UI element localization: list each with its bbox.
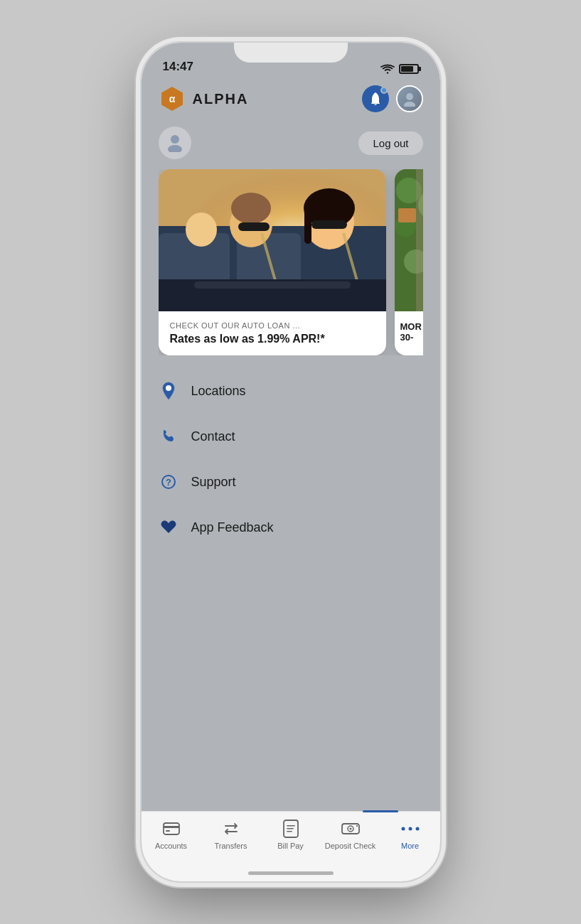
svg-point-19 [186,213,217,247]
svg-point-33 [166,385,171,391]
profile-row: Log out [142,122,440,169]
battery-icon [399,64,419,74]
promo-card-1[interactable]: CHECK OUT OUR AUTO LOAN ... Rates as low… [159,169,386,355]
promo-subtitle-1: CHECK OUT OUR AUTO LOAN ... [170,321,375,330]
promo-card-2[interactable]: MOR 30- [395,169,423,355]
bell-icon [369,92,382,106]
promo-card-2-title: 30- [400,332,423,343]
notification-bell-button[interactable] [362,85,389,112]
status-icons [380,64,419,74]
svg-point-5 [171,135,179,144]
menu-item-contact[interactable]: Contact [159,414,423,459]
menu-area: Locations Contact ? Su [142,368,440,811]
svg-rect-14 [304,208,311,244]
nav-item-accounts[interactable]: Accounts [142,819,201,850]
alpha-logo-icon: α [159,85,186,112]
promo-title-1: Rates as low as 1.99% APR!* [170,333,375,345]
svg-rect-41 [287,828,294,829]
wifi-icon [380,64,395,74]
svg-point-48 [408,827,412,831]
menu-item-support[interactable]: ? Support [159,459,423,505]
svg-rect-38 [166,830,170,832]
promo-card-2-content: MOR 30- [395,311,423,353]
header-icons [362,85,423,112]
svg-point-4 [404,102,415,107]
svg-point-47 [401,827,405,831]
logo-area: α ALPHA [159,85,249,112]
svg-point-6 [168,145,182,152]
promo-card-1-content: CHECK OUT OUR AUTO LOAN ... Rates as low… [159,311,386,355]
transfers-icon [221,819,241,839]
avatar-image [398,87,422,111]
svg-rect-46 [356,825,358,827]
contact-label: Contact [191,429,235,444]
svg-point-0 [386,72,388,73]
svg-rect-36 [164,823,179,834]
aerial-view-image [395,169,423,311]
svg-rect-40 [287,825,295,827]
promo-card-1-image [159,169,386,311]
location-pin-icon [159,381,178,401]
svg-rect-37 [164,826,179,828]
menu-item-feedback[interactable]: App Feedback [159,505,423,550]
home-indicator [142,864,440,881]
support-label: Support [191,475,236,490]
svg-point-45 [349,828,351,830]
deposit-check-nav-label: Deposit Check [325,842,376,850]
svg-point-49 [415,827,419,831]
bill-pay-icon [281,819,301,839]
heart-icon [159,517,178,537]
nav-item-transfers[interactable]: Transfers [201,819,261,850]
bottom-nav: Accounts Transfers [142,811,440,864]
phone-icon [159,426,178,446]
transfers-nav-label: Transfers [214,842,247,850]
svg-text:α: α [169,93,175,104]
profile-icon[interactable] [159,127,191,159]
nav-item-bill-pay[interactable]: Bill Pay [261,819,321,850]
accounts-icon [161,819,181,839]
phone-notch [234,43,348,63]
menu-item-locations[interactable]: Locations [159,368,423,414]
support-icon: ? [159,472,178,492]
app-header: α ALPHA [142,80,440,122]
family-car-image [159,169,386,311]
more-icon [400,819,420,839]
nav-active-indicator [363,810,398,812]
svg-text:?: ? [166,477,171,488]
svg-rect-31 [398,208,416,222]
user-avatar-button[interactable] [396,85,423,112]
promo-card-2-text: MOR [400,321,423,332]
logout-button[interactable]: Log out [358,131,422,155]
svg-rect-21 [194,281,351,289]
svg-point-17 [231,193,271,224]
nav-item-more[interactable]: More [380,819,440,850]
deposit-check-icon [341,819,361,839]
phone-frame: 14:47 [142,43,440,881]
promo-scroll: CHECK OUT OUR AUTO LOAN ... Rates as low… [159,169,423,355]
logo-text: ALPHA [193,91,249,107]
svg-rect-18 [238,222,270,231]
nav-item-deposit-check[interactable]: Deposit Check [321,819,380,850]
notification-dot [380,87,388,94]
bill-pay-nav-label: Bill Pay [277,842,304,850]
promo-card-2-image [395,169,423,311]
home-bar [248,871,334,875]
person-icon [166,134,183,152]
accounts-nav-label: Accounts [155,842,187,850]
svg-rect-42 [287,831,292,832]
feedback-label: App Feedback [191,520,274,535]
svg-point-3 [406,93,413,100]
svg-rect-30 [416,169,423,311]
status-time: 14:47 [163,60,193,74]
more-nav-label: More [401,842,419,850]
svg-rect-15 [311,220,347,229]
promo-cards-area: CHECK OUT OUR AUTO LOAN ... Rates as low… [142,169,440,368]
locations-label: Locations [191,384,246,399]
phone-screen: 14:47 [142,43,440,881]
